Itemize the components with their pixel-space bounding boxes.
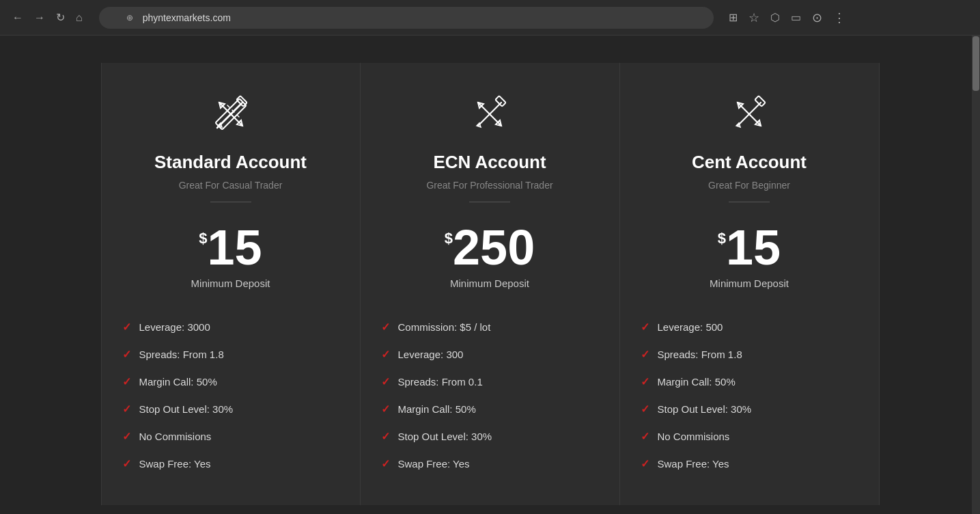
home-button[interactable]: ⌂ bbox=[72, 9, 87, 27]
browser-toolbar-icons: ⊞ ☆ ⬡ ▭ ⊙ ⋮ bbox=[726, 8, 848, 28]
feature-text: No Commisions bbox=[139, 431, 212, 442]
check-icon: ✓ bbox=[122, 403, 131, 416]
list-item: ✓ Swap Free: Yes bbox=[122, 450, 339, 478]
forward-button[interactable]: → bbox=[30, 9, 49, 27]
address-bar[interactable]: ⊕ phyntexmarkets.com bbox=[99, 7, 714, 29]
cent-account-title: Cent Account bbox=[692, 152, 807, 173]
check-icon: ✓ bbox=[381, 375, 390, 388]
ecn-price-dollar: $ bbox=[445, 230, 453, 247]
feature-text: Stop Out Level: 30% bbox=[139, 403, 234, 415]
check-icon: ✓ bbox=[381, 348, 390, 361]
feature-text: Swap Free: Yes bbox=[398, 458, 470, 470]
svg-line-5 bbox=[237, 115, 239, 117]
cent-price-dollar: $ bbox=[718, 230, 726, 247]
url-text: phyntexmarkets.com bbox=[143, 12, 231, 23]
cent-price-amount: 15 bbox=[726, 223, 781, 272]
translate-icon[interactable]: ⊞ bbox=[726, 8, 740, 27]
list-item: ✓ Swap Free: Yes bbox=[381, 450, 599, 478]
menu-icon[interactable]: ⋮ bbox=[830, 8, 848, 28]
standard-features-list: ✓ Leverage: 3000 ✓ Spreads: From 1.8 ✓ M… bbox=[122, 314, 339, 478]
feature-text: Stop Out Level: 30% bbox=[398, 431, 492, 442]
extensions-icon[interactable]: ⬡ bbox=[768, 8, 783, 27]
ecn-divider bbox=[469, 202, 510, 202]
list-item: ✓ Leverage: 3000 bbox=[122, 314, 339, 341]
ecn-account-card: ECN Account Great For Professional Trade… bbox=[361, 63, 620, 505]
feature-text: Swap Free: Yes bbox=[658, 458, 729, 470]
list-item: ✓ Stop Out Level: 30% bbox=[122, 396, 339, 423]
feature-text: Margin Call: 50% bbox=[658, 376, 736, 388]
ecn-price-section: $ 250 Minimum Deposit bbox=[445, 223, 535, 289]
feature-text: Commission: $5 / lot bbox=[398, 321, 491, 333]
sidebar-icon[interactable]: ▭ bbox=[788, 8, 804, 27]
lock-icon: ⊕ bbox=[126, 13, 133, 23]
standard-price-label: Minimum Deposit bbox=[191, 278, 270, 289]
svg-rect-16 bbox=[495, 96, 506, 107]
cent-price-section: $ 15 Minimum Deposit bbox=[710, 223, 789, 289]
list-item: ✓ Stop Out Level: 30% bbox=[641, 396, 858, 423]
list-item: ✓ Leverage: 500 bbox=[641, 314, 858, 341]
bookmark-icon[interactable]: ☆ bbox=[746, 8, 762, 28]
profile-icon[interactable]: ⊙ bbox=[809, 8, 825, 28]
feature-text: Leverage: 300 bbox=[398, 349, 464, 360]
list-item: ✓ Spreads: From 1.8 bbox=[641, 341, 858, 368]
feature-text: Leverage: 500 bbox=[658, 321, 723, 333]
ecn-account-title: ECN Account bbox=[433, 152, 546, 173]
reload-button[interactable]: ↻ bbox=[52, 8, 69, 27]
cent-features-list: ✓ Leverage: 500 ✓ Spreads: From 1.8 ✓ Ma… bbox=[641, 314, 858, 478]
check-icon: ✓ bbox=[122, 321, 131, 334]
cent-account-subtitle: Great For Beginner bbox=[708, 180, 790, 191]
feature-text: Margin Call: 50% bbox=[139, 376, 217, 388]
ecn-features-list: ✓ Commission: $5 / lot ✓ Leverage: 300 ✓… bbox=[381, 314, 599, 478]
list-item: ✓ Margin Call: 50% bbox=[381, 396, 599, 423]
check-icon: ✓ bbox=[122, 457, 131, 470]
cards-container: Standard Account Great For Casual Trader… bbox=[101, 63, 880, 505]
list-item: ✓ Swap Free: Yes bbox=[641, 450, 858, 478]
ecn-account-subtitle: Great For Professional Trader bbox=[426, 180, 552, 191]
check-icon: ✓ bbox=[381, 321, 390, 334]
check-icon: ✓ bbox=[641, 348, 649, 361]
list-item: ✓ No Commisions bbox=[122, 423, 339, 450]
cent-account-icon bbox=[725, 90, 773, 138]
svg-line-3 bbox=[227, 105, 229, 107]
check-icon: ✓ bbox=[641, 403, 649, 416]
check-icon: ✓ bbox=[381, 457, 390, 470]
list-item: ✓ Stop Out Level: 30% bbox=[381, 423, 599, 450]
check-icon: ✓ bbox=[641, 375, 649, 388]
feature-text: Margin Call: 50% bbox=[398, 403, 476, 415]
ecn-account-icon bbox=[466, 90, 514, 138]
standard-account-card: Standard Account Great For Casual Trader… bbox=[101, 63, 361, 505]
ecn-price-amount: 250 bbox=[453, 223, 535, 272]
scrollbar[interactable] bbox=[972, 36, 980, 514]
feature-text: No Commisions bbox=[658, 431, 730, 442]
list-item: ✓ Commission: $5 / lot bbox=[381, 314, 599, 341]
browser-chrome: ← → ↻ ⌂ ⊕ phyntexmarkets.com ⊞ ☆ ⬡ ▭ ⊙ ⋮ bbox=[0, 0, 980, 36]
check-icon: ✓ bbox=[641, 430, 649, 443]
feature-text: Leverage: 3000 bbox=[139, 321, 210, 333]
list-item: ✓ Margin Call: 50% bbox=[641, 368, 858, 396]
standard-price-amount: 15 bbox=[208, 223, 262, 272]
page-content: Standard Account Great For Casual Trader… bbox=[0, 36, 980, 514]
check-icon: ✓ bbox=[122, 375, 131, 388]
back-button[interactable]: ← bbox=[8, 9, 27, 27]
feature-text: Stop Out Level: 30% bbox=[658, 403, 752, 415]
standard-price-dollar: $ bbox=[199, 230, 207, 247]
standard-price-section: $ 15 Minimum Deposit bbox=[191, 223, 270, 289]
list-item: ✓ No Commisions bbox=[641, 423, 858, 450]
cent-price-label: Minimum Deposit bbox=[710, 278, 789, 289]
check-icon: ✓ bbox=[381, 430, 390, 443]
cent-divider bbox=[729, 202, 770, 202]
standard-account-subtitle: Great For Casual Trader bbox=[179, 180, 283, 191]
check-icon: ✓ bbox=[122, 430, 131, 443]
list-item: ✓ Spreads: From 1.8 bbox=[122, 341, 339, 368]
check-icon: ✓ bbox=[122, 348, 131, 361]
feature-text: Spreads: From 0.1 bbox=[398, 376, 483, 388]
cent-account-card: Cent Account Great For Beginner $ 15 Min… bbox=[620, 63, 880, 505]
scrollbar-thumb[interactable] bbox=[972, 36, 979, 91]
standard-account-icon bbox=[207, 90, 255, 138]
check-icon: ✓ bbox=[641, 321, 649, 334]
feature-text: Spreads: From 1.8 bbox=[139, 349, 224, 360]
standard-account-title: Standard Account bbox=[154, 152, 307, 173]
standard-divider bbox=[210, 202, 251, 202]
ecn-price-label: Minimum Deposit bbox=[445, 278, 535, 289]
check-icon: ✓ bbox=[381, 403, 390, 416]
